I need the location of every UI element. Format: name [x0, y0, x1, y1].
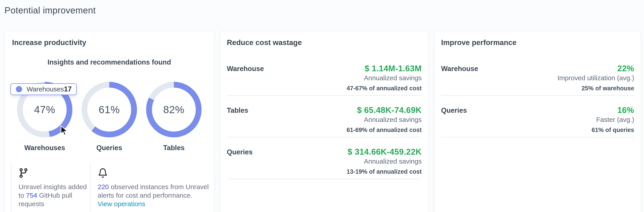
annualized-cost-note: 47-67% of annualized cost: [346, 84, 422, 92]
git-branch-icon: [18, 168, 29, 178]
cards-row: Increase productivity Insights and recom…: [4, 31, 641, 212]
card-improve-performance: Improve performance Warehouse 22% Improv…: [434, 31, 641, 212]
card-heading-performance: Improve performance: [441, 38, 634, 47]
footnotes-section: Unravel insights added to 754 GitHub pul…: [11, 163, 212, 212]
mouse-cursor: [60, 125, 70, 137]
card-heading-productivity: Increase productivity: [12, 38, 214, 47]
cost-row-label: Queries: [227, 147, 252, 157]
footnote-github-insights: Unravel insights added to 754 GitHub pul…: [11, 163, 90, 212]
view-operations-link[interactable]: View operations: [98, 200, 145, 208]
donut-tables-label: Tables: [146, 144, 202, 152]
pull-requests-count-link[interactable]: 754: [26, 192, 37, 199]
annualized-savings-caption: Annualized savings: [346, 74, 422, 82]
page-title: Potential improvement: [4, 5, 96, 16]
alerts-text-after: observed instances from Unravel alerts f…: [98, 183, 209, 199]
tooltip-series-dot: [16, 86, 22, 92]
annualized-savings-caption: Annualized savings: [346, 158, 422, 165]
donut-tables-value: 82%: [146, 82, 202, 137]
observed-instances-count-link[interactable]: 220: [98, 183, 109, 190]
bell-icon: [98, 168, 108, 178]
alerts-text: 220 observed instances from Unravel aler…: [98, 183, 214, 200]
annualized-savings-value: $ 314.66K-459.22K: [346, 147, 422, 157]
tooltip-value: 17: [64, 85, 72, 93]
performance-row-queries: Queries 16% Faster (avg.) 61% of queries: [441, 105, 634, 134]
performance-row-label: Queries: [441, 105, 467, 115]
cost-row-queries: Queries $ 314.66K-459.22K Annualized sav…: [227, 147, 422, 175]
footnote-alerts: 220 observed instances from Unravel aler…: [90, 163, 214, 212]
performance-note: 61% of queries: [592, 126, 634, 134]
annualized-savings-value: $ 1.14M-1.63M: [346, 63, 422, 74]
cost-row-warehouse: Warehouse $ 1.14M-1.63M Annualized savin…: [227, 63, 422, 92]
row-divider: [227, 95, 422, 96]
donut-warehouses-label: Warehouses: [17, 144, 72, 152]
tooltip-label: Warehouses: [26, 85, 64, 93]
row-divider: [441, 95, 634, 96]
row-divider: [227, 179, 422, 179]
donut-queries[interactable]: 61% Queries: [82, 82, 137, 152]
performance-caption: Faster (avg.): [592, 116, 634, 124]
performance-row-label: Warehouse: [441, 63, 478, 73]
performance-note: 25% of warehouse: [558, 84, 634, 92]
chart-subtitle: Insights and recommendations found: [4, 58, 214, 67]
row-divider: [441, 137, 634, 137]
github-insights-text: Unravel insights added to 754 GitHub pul…: [18, 183, 90, 208]
cost-rows: Warehouse $ 1.14M-1.63M Annualized savin…: [227, 63, 422, 179]
cost-row-label: Warehouse: [227, 63, 264, 73]
performance-value: 16%: [592, 105, 634, 116]
annualized-cost-note: 61-69% of annualized cost: [346, 126, 422, 134]
performance-caption: Improved utilization (avg.): [558, 74, 634, 82]
performance-rows: Warehouse 22% Improved utilization (avg.…: [441, 63, 634, 137]
performance-value: 22%: [558, 63, 634, 74]
annualized-savings-value: $ 65.48K-74.69K: [346, 105, 422, 116]
donut-queries-label: Queries: [82, 144, 137, 152]
card-heading-cost: Reduce cost wastage: [227, 38, 422, 47]
chart-tooltip: Warehouses 17: [10, 83, 77, 95]
cost-row-label: Tables: [227, 105, 248, 115]
card-reduce-cost-wastage: Reduce cost wastage Warehouse $ 1.14M-1.…: [220, 31, 428, 212]
card-increase-productivity: Increase productivity Insights and recom…: [4, 31, 214, 212]
row-divider: [227, 137, 422, 137]
annualized-cost-note: 13-19% of annualized cost: [346, 168, 422, 175]
annualized-savings-caption: Annualized savings: [346, 116, 422, 124]
donut-tables[interactable]: 82% Tables: [146, 82, 202, 152]
performance-row-warehouse: Warehouse 22% Improved utilization (avg.…: [441, 63, 634, 92]
cost-row-tables: Tables $ 65.48K-74.69K Annualized saving…: [227, 105, 422, 134]
donut-queries-value: 61%: [82, 82, 137, 137]
